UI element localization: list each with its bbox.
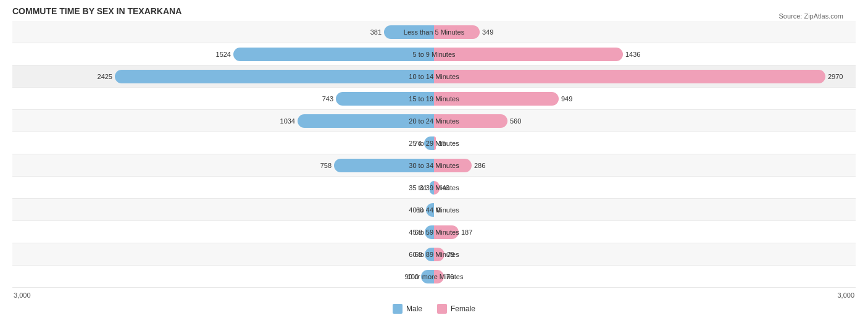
table-row: 2425 10 to 14 Minutes 2970 [12,65,856,88]
value-female-label: 349 [482,28,493,36]
bar-male [384,25,434,39]
table-row: 743 15 to 19 Minutes 949 [12,88,856,110]
axis-right-label: 3,000 [837,292,854,299]
value-female-label: 286 [474,162,485,169]
table-row: 381 Less than 5 Minutes 349 [12,21,856,43]
bar-female [434,270,444,283]
bar-male [424,136,434,150]
value-male-label: 1034 [280,117,295,125]
value-female-label: 1436 [625,51,640,58]
value-male-label: 100 [407,273,419,280]
value-male-label: 1524 [216,51,231,58]
bar-female [434,248,444,261]
bar-female [434,136,436,150]
bar-male [430,181,434,195]
value-male-label: 68 [415,251,422,258]
bar-male [298,114,434,128]
value-female-label: 79 [447,251,454,258]
bar-male [233,48,434,61]
chart-title: COMMUTE TIME BY SEX IN TEXARKANA [12,6,856,16]
value-male-label: 381 [370,28,382,36]
table-row: 31 35 to 39 Minutes 43 [12,177,856,199]
table-row: 1034 20 to 24 Minutes 560 [12,110,856,132]
axis-left-label: 3,000 [14,292,31,299]
legend-male-label: Male [406,304,422,313]
legend-male: Male [393,304,422,314]
value-male-label: 2425 [98,73,112,80]
value-female-label: 76 [446,273,454,280]
table-row: 68 45 to 59 Minutes 187 [12,221,856,243]
table-row: 100 90 or more Minutes 76 [12,266,856,288]
chart-area: 381 Less than 5 Minutes 349 [12,21,856,288]
bar-male [334,159,434,172]
table-row: 60 40 to 44 Minutes 0 [12,199,856,221]
bar-female [434,159,472,172]
value-female-label: 2970 [828,73,843,80]
legend-female-label: Female [451,304,475,313]
bar-female [434,70,825,83]
table-row: 758 30 to 34 Minutes 286 [12,154,856,177]
bar-female [434,114,507,128]
bar-female [434,25,480,39]
bar-male [115,70,434,83]
value-female-label: 560 [510,117,521,125]
value-female-label: 949 [561,95,572,103]
value-male-label: 758 [320,162,332,169]
value-male-label: 743 [322,95,333,103]
bar-male [425,225,434,239]
value-female-label: 0 [436,206,440,214]
value-female-label: 187 [461,229,472,236]
legend: Male Female [12,304,856,314]
bar-male [425,248,434,261]
bar-female [434,225,459,239]
value-male-label: 74 [414,140,422,147]
legend-female: Female [437,304,475,314]
bar-female [434,92,559,106]
axis-bottom: 3,000 3,000 [12,292,856,299]
bar-female [434,181,440,195]
bar-female [434,48,623,61]
table-row: 68 60 to 89 Minutes 79 [12,243,856,266]
value-male-label: 31 [420,184,427,191]
value-female-label: 15 [438,140,446,147]
legend-male-box [393,304,403,314]
value-female-label: 43 [442,184,449,191]
value-male-label: 60 [416,206,424,214]
bar-male [426,203,434,217]
table-row: 1524 5 to 9 Minutes 1436 [12,43,856,65]
table-row: 74 25 to 29 Minutes 15 [12,132,856,154]
bar-male [336,92,434,106]
value-male-label: 68 [415,229,422,236]
source-label: Source: ZipAtlas.com [778,12,843,20]
legend-female-box [437,304,447,314]
bar-male [421,270,434,283]
